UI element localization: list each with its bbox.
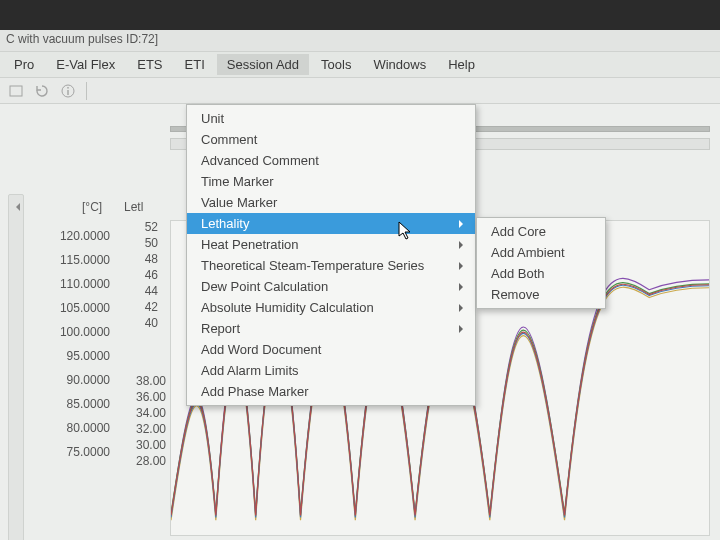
sec-u-5: 42 [122,300,162,316]
sec-u-1: 50 [122,236,162,252]
submenu-add-both[interactable]: Add Both [477,263,605,284]
menu-pro[interactable]: Pro [4,54,44,75]
toolbar-divider [86,82,87,100]
menu-item-heat-penetration[interactable]: Heat Penetration [187,234,475,255]
y-tick-7: 85.0000 [36,392,116,416]
column-header-leti: Letl [124,200,143,214]
y-tick-5: 95.0000 [36,344,116,368]
submenu-add-ambient[interactable]: Add Ambient [477,242,605,263]
svg-rect-0 [10,86,22,96]
menu-item-unit[interactable]: Unit [187,108,475,129]
panel-collapse-handle[interactable] [8,194,24,540]
svg-rect-2 [67,90,68,95]
y-tick-8: 80.0000 [36,416,116,440]
y-tick-6: 90.0000 [36,368,116,392]
menu-item-report[interactable]: Report [187,318,475,339]
menu-item-lethality[interactable]: Lethality [187,213,475,234]
sec-l-5: 28.00 [122,454,168,470]
info-icon[interactable] [60,83,76,99]
lethality-submenu: Add Core Add Ambient Add Both Remove [476,217,606,309]
y-tick-2: 110.0000 [36,272,116,296]
y-axis: 120.0000 115.0000 110.0000 105.0000 100.… [36,224,116,464]
menu-item-add-alarm-limits[interactable]: Add Alarm Limits [187,360,475,381]
svg-rect-3 [67,87,68,89]
sec-u-0: 52 [122,220,162,236]
y-tick-9: 75.0000 [36,440,116,464]
menu-item-add-phase-marker[interactable]: Add Phase Marker [187,381,475,402]
menu-item-theoretical-steam[interactable]: Theoretical Steam-Temperature Series [187,255,475,276]
menu-ets[interactable]: ETS [127,54,172,75]
menu-eval-flex[interactable]: E-Val Flex [46,54,125,75]
toolbar [0,78,720,104]
session-add-menu: Unit Comment Advanced Comment Time Marke… [186,104,476,406]
menu-item-time-marker[interactable]: Time Marker [187,171,475,192]
sec-l-2: 34.00 [122,406,168,422]
menu-eti[interactable]: ETI [175,54,215,75]
column-header-unit: [°C] [82,200,102,214]
window-title-text: C with vacuum pulses ID:72] [6,32,158,46]
sec-l-1: 36.00 [122,390,168,406]
sec-u-6: 40 [122,316,162,332]
sec-u-2: 48 [122,252,162,268]
menu-help[interactable]: Help [438,54,485,75]
toolbar-icon-1[interactable] [8,83,24,99]
menu-item-add-word-doc[interactable]: Add Word Document [187,339,475,360]
y-tick-3: 105.0000 [36,296,116,320]
sec-u-4: 44 [122,284,162,300]
refresh-icon[interactable] [34,83,50,99]
menu-item-dew-point[interactable]: Dew Point Calculation [187,276,475,297]
menu-tools[interactable]: Tools [311,54,361,75]
menu-item-advanced-comment[interactable]: Advanced Comment [187,150,475,171]
submenu-remove[interactable]: Remove [477,284,605,305]
menu-item-absolute-humidity[interactable]: Absolute Humidity Calculation [187,297,475,318]
secondary-axis-upper: 52 50 48 46 44 42 40 [122,220,162,332]
content-area: [°C] Letl 120.0000 115.0000 110.0000 105… [0,104,720,540]
submenu-add-core[interactable]: Add Core [477,221,605,242]
menubar: Pro E-Val Flex ETS ETI Session Add Tools… [0,52,720,78]
menu-session-add[interactable]: Session Add [217,54,309,75]
sec-l-4: 30.00 [122,438,168,454]
menu-windows[interactable]: Windows [363,54,436,75]
menu-item-comment[interactable]: Comment [187,129,475,150]
y-tick-1: 115.0000 [36,248,116,272]
window-title: C with vacuum pulses ID:72] [0,30,720,52]
sec-l-0: 38.00 [122,374,168,390]
menu-item-value-marker[interactable]: Value Marker [187,192,475,213]
y-tick-4: 100.0000 [36,320,116,344]
y-tick-0: 120.0000 [36,224,116,248]
secondary-axis-lower: 38.00 36.00 34.00 32.00 30.00 28.00 [122,374,168,470]
sec-u-3: 46 [122,268,162,284]
sec-l-3: 32.00 [122,422,168,438]
